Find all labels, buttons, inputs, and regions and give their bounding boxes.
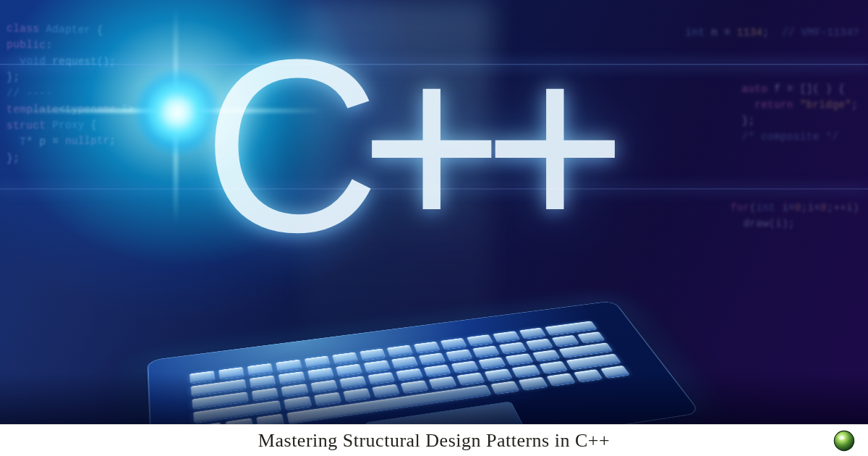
horizon-line-upper xyxy=(0,64,868,65)
laptop-illustration xyxy=(147,300,701,424)
svg-point-0 xyxy=(834,431,854,450)
caption-title: Mastering Structural Design Patterns in … xyxy=(258,430,610,452)
cpp-logo-text: C++ xyxy=(203,4,607,287)
laptop-keyboard xyxy=(189,321,630,424)
caption-bar: Mastering Structural Design Patterns in … xyxy=(0,424,868,456)
sphere-logo-icon xyxy=(833,430,855,452)
laptop-trackpad xyxy=(365,401,526,424)
hero-image: class Adapter { public: void request(); … xyxy=(0,0,868,424)
lens-flare-vertical xyxy=(174,7,178,224)
horizon-line-lower xyxy=(0,188,868,190)
svg-point-1 xyxy=(839,435,845,439)
bottom-vignette xyxy=(0,373,868,424)
